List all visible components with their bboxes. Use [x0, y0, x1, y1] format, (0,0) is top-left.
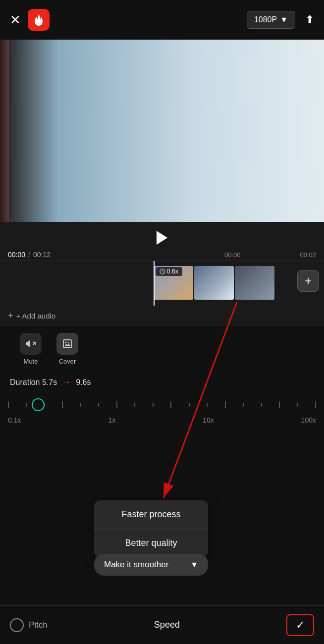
timeline-marker-0: 00:00	[224, 251, 241, 259]
tick-7	[134, 403, 135, 407]
checkmark-icon: ✓	[296, 619, 305, 632]
tick-1	[26, 403, 27, 407]
tick-4	[80, 403, 81, 407]
pitch-button[interactable]: Pitch	[10, 618, 48, 632]
duration-original: Duration 5.7s	[10, 378, 57, 387]
speed-label-0.1x: 0.1x	[8, 416, 21, 424]
speed-tick-marks	[8, 401, 316, 408]
speed-label-100x: 100x	[301, 416, 316, 424]
speed-slider-area: 0.1x 1x 10x 100x	[0, 392, 324, 431]
tick-17	[315, 401, 316, 408]
speed-center-label: Speed	[154, 620, 180, 630]
svg-point-4	[65, 342, 67, 343]
duration-new: 9.6s	[76, 378, 91, 387]
tick-11	[207, 403, 208, 407]
speed-label-1x: 1x	[108, 416, 115, 424]
add-clip-button[interactable]: +	[297, 270, 319, 292]
tick-16	[297, 403, 298, 407]
mute-icon	[20, 333, 42, 355]
mute-button[interactable]: Mute	[20, 333, 42, 365]
quality-button[interactable]: 1080P ▼	[247, 11, 295, 29]
better-quality-option[interactable]: Better quality	[94, 529, 208, 557]
pitch-circle-icon	[10, 618, 24, 632]
speed-labels: 0.1x 1x 10x 100x	[8, 412, 316, 428]
cover-label: Cover	[59, 358, 76, 365]
add-audio-label: + Add audio	[16, 312, 56, 320]
timeline-area: 00:00 / 00:12 00:00 00:02 0.6x + + + Add…	[0, 222, 324, 326]
faster-process-option[interactable]: Faster process	[94, 500, 208, 529]
play-button[interactable]	[157, 231, 167, 245]
video-frame	[0, 40, 324, 222]
speed-handle[interactable]	[32, 398, 45, 411]
app-logo	[28, 9, 50, 31]
close-icon[interactable]: ✕	[10, 12, 21, 28]
cover-icon	[56, 333, 78, 355]
smoother-dropdown-arrow-icon: ▼	[190, 560, 198, 569]
smoother-label: Make it smoother	[104, 560, 168, 570]
tick-0	[8, 401, 9, 408]
tick-9	[170, 401, 171, 408]
timeline-cursor	[154, 261, 155, 306]
controls-row: Mute Cover	[0, 326, 324, 372]
duration-arrow-icon: →	[62, 377, 71, 387]
smoother-dropdown[interactable]: Make it smoother ▼	[94, 554, 208, 576]
tick-6	[116, 401, 117, 408]
thumbnail-3	[235, 266, 274, 300]
tick-3	[62, 401, 63, 408]
popup-menu: Faster process Better quality	[94, 500, 208, 557]
mute-label: Mute	[24, 358, 38, 365]
confirm-button[interactable]: ✓	[286, 614, 314, 636]
duration-row: Duration 5.7s → 9.6s	[0, 372, 324, 392]
add-audio-button[interactable]: + + Add audio	[0, 306, 324, 326]
timeline-strip[interactable]: 0.6x +	[0, 261, 324, 306]
thumbnail-2	[194, 266, 234, 300]
video-edge	[0, 40, 9, 222]
upload-icon[interactable]: ⬆	[305, 13, 314, 26]
time-current: 00:00	[8, 251, 25, 259]
tick-15	[279, 401, 280, 408]
video-preview	[0, 40, 324, 222]
quality-dropdown-icon: ▼	[280, 15, 288, 24]
speed-label-10x: 10x	[203, 416, 214, 424]
svg-rect-3	[63, 340, 71, 348]
tick-8	[153, 403, 154, 407]
tick-12	[225, 401, 226, 408]
time-separator: /	[28, 251, 30, 259]
play-row	[0, 227, 324, 249]
pitch-label: Pitch	[29, 620, 48, 630]
tick-5	[98, 403, 99, 407]
tick-14	[261, 403, 262, 407]
header: ✕ 1080P ▼ ⬆	[0, 0, 324, 40]
quality-label: 1080P	[254, 15, 277, 24]
timeline-marker-1: 00:02	[300, 251, 316, 259]
time-total: 00:12	[33, 251, 51, 259]
tick-13	[243, 403, 244, 407]
cover-button[interactable]: Cover	[56, 333, 78, 365]
bottom-bar: Pitch Speed ✓	[0, 605, 324, 644]
speed-badge: 0.6x	[156, 267, 182, 276]
add-audio-plus-icon: +	[8, 311, 13, 321]
time-bar: 00:00 / 00:12 00:00 00:02	[0, 249, 324, 261]
tick-10	[189, 403, 190, 407]
